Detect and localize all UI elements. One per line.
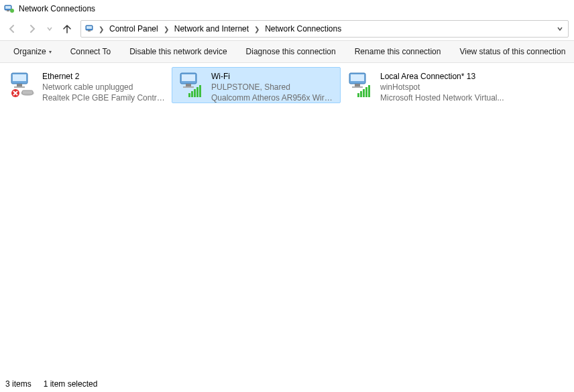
organize-button[interactable]: Organize ▾ [4,43,61,60]
view-status-button[interactable]: View status of this connection [450,43,574,60]
wifi-connected-icon [345,70,375,100]
connection-device: Qualcomm Atheros AR956x Wirel... [211,92,336,103]
svg-rect-19 [191,91,193,97]
connection-name: Ethernet 2 [42,71,167,82]
chevron-right-icon[interactable]: ❯ [254,25,260,33]
rename-label: Rename this connection [355,47,441,56]
connections-list: Ethernet 2Network cable unpluggedRealtek… [0,63,574,107]
connection-item[interactable]: Wi-FiPULPSTONE, SharedQualcomm Atheros A… [172,67,341,103]
svg-rect-24 [351,74,364,81]
svg-rect-25 [355,84,360,86]
svg-rect-5 [87,26,92,29]
address-icon [85,23,96,34]
connection-status: PULPSTONE, Shared [211,82,336,92]
wifi-connected-icon [176,70,206,100]
svg-rect-9 [17,84,22,86]
back-button[interactable] [5,22,19,36]
connection-device: Microsoft Hosted Network Virtual... [380,92,504,103]
status-bar: 3 items 1 item selected [0,376,574,392]
connection-status: Network cable unplugged [42,82,167,92]
svg-rect-27 [357,93,359,97]
recent-dropdown[interactable] [46,22,54,36]
disable-label: Disable this network device [129,47,227,56]
diagnose-button[interactable]: Diagnose this connection [237,43,345,60]
svg-rect-15 [182,74,195,81]
chevron-down-icon: ▾ [49,49,52,55]
svg-rect-10 [14,86,25,88]
connection-item[interactable]: Local Area Connection* 13winHotspotMicro… [341,67,510,103]
breadcrumb-item[interactable]: Network Connections [262,23,344,35]
svg-rect-21 [196,87,198,97]
connection-text: Ethernet 2Network cable unpluggedRealtek… [42,70,167,104]
svg-rect-22 [199,85,201,97]
svg-rect-28 [360,91,362,97]
svg-rect-17 [183,86,194,88]
connection-device: Realtek PCIe GBE Family Controll... [42,92,167,103]
organize-label: Organize [13,47,46,56]
command-bar: Organize ▾ Connect To Disable this netwo… [0,40,574,63]
chevron-right-icon[interactable]: ❯ [164,25,169,33]
connection-text: Wi-FiPULPSTONE, SharedQualcomm Atheros A… [211,70,336,104]
ethernet-disconnected-icon [7,70,37,100]
svg-rect-31 [368,85,370,97]
svg-rect-18 [188,93,190,97]
diagnose-label: Diagnose this connection [246,47,336,56]
view-status-label: View status of this connection [459,47,565,56]
svg-rect-16 [186,84,191,86]
svg-rect-2 [7,10,9,11]
svg-rect-29 [363,89,365,97]
svg-rect-26 [352,86,363,88]
window-title: Network Connections [19,4,95,13]
forward-button[interactable] [25,22,39,36]
svg-rect-12 [22,90,33,94]
svg-rect-1 [5,6,11,9]
svg-rect-8 [13,74,26,81]
connection-item[interactable]: Ethernet 2Network cable unpluggedRealtek… [3,67,172,103]
address-dropdown[interactable] [556,25,564,33]
selection-count: 1 item selected [44,379,98,389]
connection-name: Local Area Connection* 13 [380,71,504,82]
rename-button[interactable]: Rename this connection [345,43,451,60]
title-bar: Network Connections [0,0,574,17]
nav-row: ❯ Control Panel ❯ Network and Internet ❯… [0,17,574,40]
chevron-right-icon[interactable]: ❯ [99,25,104,33]
app-icon [4,3,15,14]
svg-rect-6 [88,30,91,31]
svg-point-3 [10,9,14,13]
breadcrumb-item[interactable]: Control Panel [107,23,161,35]
connection-status: winHotspot [380,82,504,92]
connection-text: Local Area Connection* 13winHotspotMicro… [380,70,504,104]
svg-rect-30 [365,87,367,97]
address-bar[interactable]: ❯ Control Panel ❯ Network and Internet ❯… [80,20,569,38]
up-button[interactable] [60,22,74,36]
connect-to-button[interactable]: Connect To [61,43,121,60]
svg-rect-20 [194,89,196,97]
connection-name: Wi-Fi [211,71,336,82]
breadcrumb-item[interactable]: Network and Internet [172,23,251,35]
connect-to-label: Connect To [70,47,111,56]
item-count: 3 items [5,379,32,389]
disable-device-button[interactable]: Disable this network device [120,43,236,60]
